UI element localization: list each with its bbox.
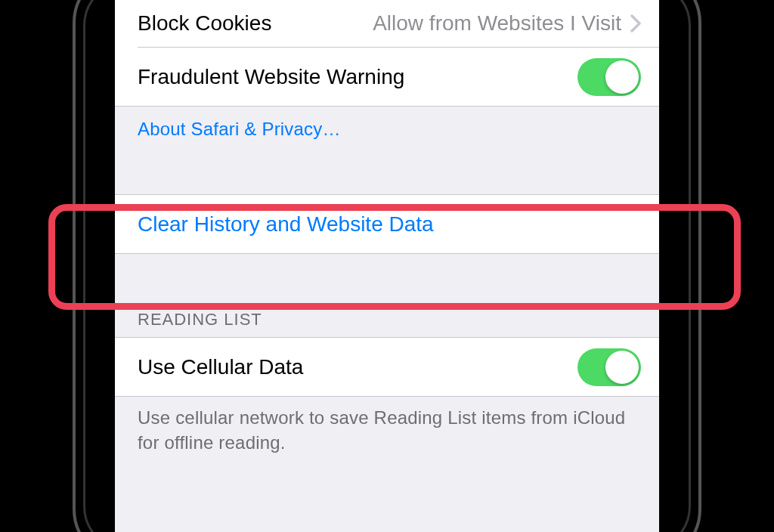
block-cookies-label: Block Cookies <box>138 11 271 36</box>
use-cellular-data-label: Use Cellular Data <box>138 355 303 379</box>
chevron-right-icon <box>630 14 641 32</box>
settings-screen: Block Cookies Allow from Websites I Visi… <box>115 0 659 532</box>
clear-history-row[interactable]: Clear History and Website Data <box>115 195 659 253</box>
fraudulent-website-warning-label: Fraudulent Website Warning <box>138 65 404 89</box>
toggle-knob <box>605 60 639 94</box>
block-cookies-value: Allow from Websites I Visit <box>280 11 621 36</box>
privacy-group: Block Cookies Allow from Websites I Visi… <box>115 0 659 107</box>
reading-list-footer: Use cellular network to save Reading Lis… <box>115 397 659 469</box>
fraudulent-website-warning-toggle[interactable] <box>577 58 641 96</box>
fraudulent-website-warning-row[interactable]: Fraudulent Website Warning <box>115 48 659 106</box>
about-safari-privacy-link[interactable]: About Safari & Privacy… <box>138 119 341 139</box>
use-cellular-data-toggle[interactable] <box>577 348 641 386</box>
clear-history-label: Clear History and Website Data <box>138 212 434 237</box>
reading-list-group: Use Cellular Data <box>115 337 659 397</box>
clear-history-group: Clear History and Website Data <box>115 194 659 254</box>
block-cookies-row[interactable]: Block Cookies Allow from Websites I Visi… <box>115 0 659 47</box>
toggle-knob <box>605 351 639 384</box>
use-cellular-data-row[interactable]: Use Cellular Data <box>115 338 659 396</box>
reading-list-header: READING LIST <box>115 254 659 337</box>
